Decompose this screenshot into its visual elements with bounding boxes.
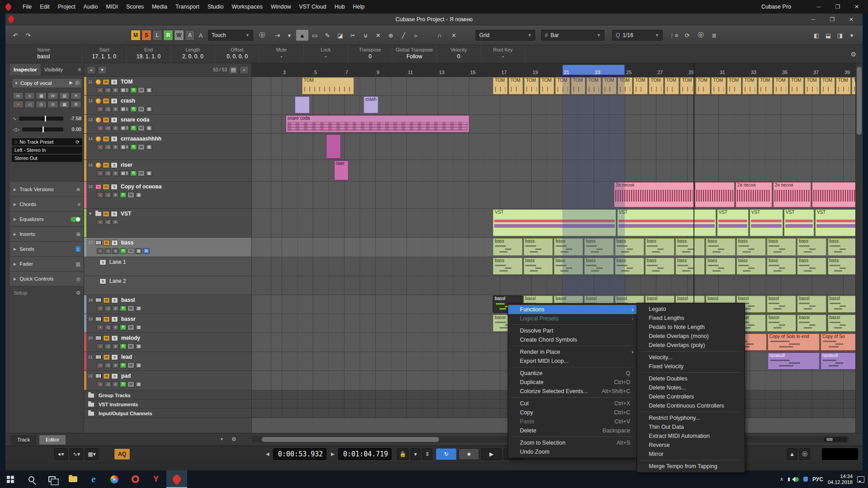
monitor-button[interactable]: ◁ <box>104 219 111 225</box>
tempo-icon[interactable]: ⓔ <box>799 448 810 460</box>
os-menu-scores[interactable]: Scores <box>122 4 148 10</box>
monitor-button[interactable]: ◁ <box>104 125 111 131</box>
chrome-taskbar-icon[interactable] <box>104 470 125 488</box>
event-block[interactable]: snare coda <box>286 115 470 132</box>
write-automation-button[interactable]: W <box>138 106 145 112</box>
zoom-tool[interactable]: ⊕ <box>385 30 397 41</box>
track-row-crash[interactable]: 12mscrash●◁e▦ 1RW▦ <box>84 96 251 115</box>
lane-row-lane-2[interactable] <box>252 276 855 295</box>
eq-toggle[interactable] <box>71 217 80 222</box>
lane-row-crrraaaaashhhh[interactable] <box>252 134 855 160</box>
security-tray-icon[interactable] <box>803 477 808 482</box>
event-block[interactable]: bass <box>615 238 644 256</box>
auto-quantize-button[interactable]: AQ <box>114 448 130 460</box>
record-enable-button[interactable]: ● <box>97 219 104 225</box>
event-block[interactable]: TOM <box>836 77 851 94</box>
info-field-mute[interactable]: Mute- <box>259 45 304 63</box>
solo-button[interactable]: s <box>99 278 106 284</box>
read-automation-button[interactable]: R <box>120 324 127 330</box>
start-taskbar-icon[interactable] <box>0 470 21 488</box>
search-taskbar-icon[interactable] <box>21 470 42 488</box>
action-center-icon[interactable] <box>857 476 864 483</box>
project-minimize-icon[interactable]: ─ <box>804 14 823 25</box>
event-block[interactable]: bass <box>736 238 766 256</box>
menu-item-delete-controllers[interactable]: Delete Controllers <box>637 392 745 401</box>
mute-button[interactable]: m <box>13 92 24 99</box>
redo-icon[interactable]: ↷ <box>23 30 33 41</box>
lane-row-riser[interactable]: riser <box>252 160 855 182</box>
event-block[interactable]: bass <box>524 238 553 256</box>
lane-row-bass[interactable]: bassbassbassbassbassbassbassbassbassbass… <box>252 238 855 257</box>
lane-display-button[interactable]: ▦ <box>146 170 152 176</box>
menu-item-undo-zoom[interactable]: Undo Zoom <box>508 447 637 456</box>
drum-map-slot[interactable]: ▦ 2 <box>120 87 129 93</box>
edit-channel-button[interactable]: e <box>112 343 119 349</box>
edit-channel-button[interactable]: e <box>112 324 119 330</box>
mute-button[interactable]: m <box>103 297 110 303</box>
solo-button[interactable]: s <box>111 240 118 246</box>
inspector-section-sends[interactable]: ▶Sends↕ <box>10 242 84 257</box>
info-line-gear-icon[interactable]: ⚙ <box>850 51 856 58</box>
lane-row-lane-1[interactable]: bassbassbassbassbassbassbassbassbassbass… <box>252 257 855 276</box>
listen-button[interactable]: ▦ <box>36 92 47 99</box>
event-block[interactable] <box>812 182 855 207</box>
os-menu-studio[interactable]: Studio <box>203 4 227 10</box>
state-button-a[interactable]: A <box>185 30 195 41</box>
record-enable-button[interactable]: ● <box>97 106 104 112</box>
mixer-view-button[interactable]: ▦▾ <box>85 448 99 460</box>
mute-button[interactable]: m <box>103 162 109 168</box>
record-enable-button[interactable]: ● <box>97 192 104 198</box>
menu-item-delete-doubles[interactable]: Delete Doubles <box>637 374 745 383</box>
mute-tool[interactable]: ✕ <box>372 30 384 41</box>
lane-row-vst[interactable]: VSTVSTVSTVSTVSTVST <box>252 209 855 238</box>
event-block[interactable]: TOM <box>524 77 539 94</box>
info-field-name[interactable]: Namebassl <box>5 45 82 63</box>
menu-item-merge-tempo-from-tapping[interactable]: Merge Tempo from Tapping <box>637 462 745 471</box>
read-automation-button[interactable]: R <box>130 170 137 176</box>
track-row-bass[interactable]: 17msbass●◁eRW▦⧉ <box>84 238 251 257</box>
inspector-section-chords[interactable]: ▶Chords≡ <box>10 197 84 212</box>
cubase-taskbar-icon[interactable] <box>166 470 187 488</box>
lane-row-copy-of-основа[interactable]: 2я песня2я песня2я песня <box>252 182 855 209</box>
event-block[interactable]: TOM <box>540 77 555 94</box>
event-block[interactable]: 2я песня <box>773 182 811 207</box>
menu-item-duplicate[interactable]: DuplicateCtrl+D <box>508 378 637 387</box>
hidden-icons-chevron-icon[interactable]: ∧ <box>780 476 783 482</box>
punch-chevron-icon[interactable]: ▾ <box>410 448 420 460</box>
play-tool[interactable]: ▹ <box>410 30 422 41</box>
event-block[interactable]: bass <box>675 258 705 275</box>
info-field-offset[interactable]: Offset0. 0. 0. 0 <box>215 45 259 63</box>
event-block[interactable]: VST <box>815 209 855 236</box>
mute-button[interactable]: m <box>103 373 110 379</box>
setup-toolbar-icon[interactable]: ▾ <box>846 30 857 41</box>
opera-taskbar-icon[interactable] <box>125 470 146 488</box>
track-row-crrraaaaashhhh[interactable]: 14mscrrraaaaashhhh●◁e▦ 4RW▦ <box>84 134 251 160</box>
lane-display-button[interactable]: ▦ <box>135 343 142 349</box>
menu-item-cut[interactable]: CutCtrl+X <box>508 399 637 408</box>
monitor-button[interactable]: ◁ <box>104 144 111 150</box>
solo-button[interactable]: s <box>111 211 118 217</box>
read-automation-button[interactable]: R <box>120 362 127 368</box>
menu-item-export-midi-loop[interactable]: Export MIDI Loop... <box>508 357 637 366</box>
menu-item-create-chord-symbols[interactable]: Create Chord Symbols <box>508 335 637 344</box>
os-menu-vst-cloud[interactable]: VST Cloud <box>295 4 330 10</box>
solo-button[interactable]: s <box>111 354 118 360</box>
yandex-taskbar-icon[interactable]: Y <box>146 470 166 488</box>
event-block[interactable]: TOM <box>774 77 788 94</box>
track-settings-gear-icon[interactable]: ⚙ <box>231 436 236 442</box>
event-block[interactable]: bass <box>797 258 826 275</box>
edit-channel-button[interactable]: e <box>112 192 119 198</box>
event-block[interactable]: bassl <box>797 296 826 313</box>
primary-time-display[interactable]: 0:00:53.932 <box>273 448 326 460</box>
edit-channel-button[interactable]: e <box>112 248 119 254</box>
lane-display-button[interactable]: ▦ <box>146 106 152 112</box>
menu-item-paste[interactable]: PasteCtrl+V <box>508 417 637 426</box>
record-enable-button[interactable]: ● <box>97 248 104 254</box>
event-block[interactable]: bassr <box>828 314 856 332</box>
event-block[interactable]: TOM <box>571 77 586 94</box>
volume-slider-thumb[interactable] <box>45 116 46 122</box>
event-block[interactable]: TOM <box>586 77 601 94</box>
tab-track[interactable]: Track <box>11 435 36 445</box>
track-row-copy-of-основа[interactable]: 16∿msCopy of основа●◁eRW▦ <box>84 182 251 209</box>
inspector-section-inserts[interactable]: ▶Inserts⊞ <box>10 227 84 242</box>
